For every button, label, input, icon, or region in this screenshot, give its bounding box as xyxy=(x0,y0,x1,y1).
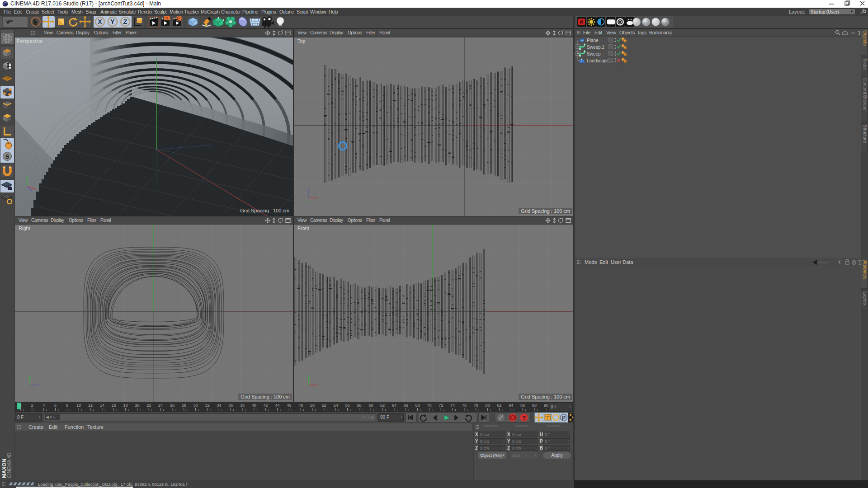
svg-text:X: X xyxy=(98,18,102,25)
svg-text:56: 56 xyxy=(345,403,349,408)
svg-text:10: 10 xyxy=(76,403,81,408)
svg-text:24: 24 xyxy=(158,403,163,408)
svg-text:50: 50 xyxy=(310,403,315,408)
svg-text:44: 44 xyxy=(275,403,279,408)
svg-text:32: 32 xyxy=(205,403,209,408)
svg-text:28: 28 xyxy=(182,403,186,408)
svg-text:58: 58 xyxy=(357,403,361,408)
svg-text:76: 76 xyxy=(462,403,467,408)
svg-text:?: ? xyxy=(522,414,526,421)
svg-text:16: 16 xyxy=(112,403,116,408)
svg-text:Landscape: Landscape xyxy=(587,58,609,63)
svg-text:48: 48 xyxy=(298,403,303,408)
svg-text:Y: Y xyxy=(308,199,311,203)
svg-text:54: 54 xyxy=(334,403,338,408)
svg-text:38: 38 xyxy=(240,403,245,408)
svg-text:86: 86 xyxy=(520,403,525,408)
svg-text:78: 78 xyxy=(474,403,478,408)
svg-text:42: 42 xyxy=(264,403,268,408)
svg-text:36: 36 xyxy=(228,403,233,408)
svg-text:S: S xyxy=(5,153,9,160)
svg-text:Sweep: Sweep xyxy=(587,52,601,56)
svg-text:82: 82 xyxy=(497,403,501,408)
svg-text:12: 12 xyxy=(88,403,93,408)
svg-text:34: 34 xyxy=(217,403,221,408)
svg-text:14: 14 xyxy=(100,403,104,408)
svg-text:64: 64 xyxy=(392,403,396,408)
svg-text:80: 80 xyxy=(486,403,490,408)
svg-text:P: P xyxy=(562,415,566,421)
svg-text:70: 70 xyxy=(427,403,431,408)
svg-text:8: 8 xyxy=(66,403,68,408)
svg-text:2: 2 xyxy=(31,403,33,408)
svg-text:46: 46 xyxy=(287,403,291,408)
svg-text:6: 6 xyxy=(54,403,57,408)
svg-text:72: 72 xyxy=(439,403,443,408)
svg-text:Plane: Plane xyxy=(587,38,599,43)
svg-text:0: 0 xyxy=(19,403,21,408)
svg-text:84: 84 xyxy=(509,403,513,408)
svg-text:Z: Z xyxy=(123,18,127,25)
svg-text:40: 40 xyxy=(252,403,256,408)
svg-text:26: 26 xyxy=(170,403,175,408)
svg-text:20: 20 xyxy=(135,403,139,408)
svg-text:62: 62 xyxy=(380,403,385,408)
svg-text:74: 74 xyxy=(450,403,455,408)
svg-text:60: 60 xyxy=(368,403,373,408)
svg-text:68: 68 xyxy=(415,403,420,408)
svg-text:22: 22 xyxy=(146,403,151,408)
svg-text:66: 66 xyxy=(404,403,408,408)
svg-text:90: 90 xyxy=(544,403,548,408)
svg-text:52: 52 xyxy=(322,403,326,408)
svg-text:88: 88 xyxy=(532,403,537,408)
svg-text:4: 4 xyxy=(42,403,45,408)
svg-text:Sweep.1: Sweep.1 xyxy=(587,45,604,50)
svg-text:18: 18 xyxy=(123,403,128,408)
svg-text:30: 30 xyxy=(193,403,198,408)
svg-text:Y: Y xyxy=(110,18,115,25)
